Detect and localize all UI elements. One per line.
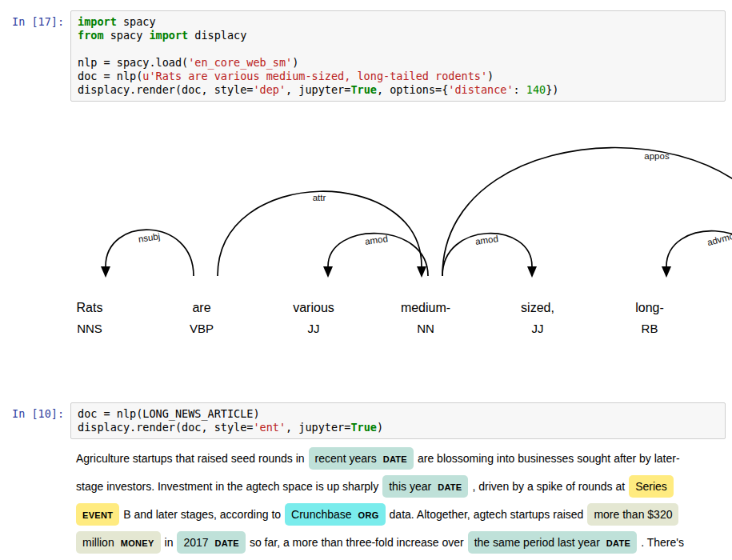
entity-text: recent years: [315, 452, 377, 465]
dep-word: various: [293, 301, 334, 314]
entity-label: DATE: [383, 454, 407, 464]
dep-arc-label: appos: [644, 151, 670, 161]
code-line: [78, 42, 718, 56]
dep-arc-attr: [218, 191, 422, 276]
entity-text: this year: [389, 480, 431, 493]
entity-label: EVENT: [82, 510, 113, 520]
entity-chip-event: Series: [629, 475, 674, 498]
dep-pos-tag: VBP: [190, 322, 214, 335]
text-run: . There's: [641, 536, 684, 549]
dep-arrowhead: [101, 266, 110, 278]
code-line: import spacy: [78, 15, 718, 29]
dep-pos-tag: JJ: [308, 322, 320, 335]
entity-visualization: Agriculture startups that raised seed ro…: [76, 445, 726, 557]
entity-text: 2017: [183, 536, 208, 549]
entity-label: ORG: [358, 510, 379, 520]
entity-chip-date: recent yearsDATE: [309, 447, 414, 470]
entity-label: MONEY: [121, 538, 154, 548]
dep-word: are: [192, 301, 210, 314]
dep-arc-label: amod: [474, 234, 498, 246]
entity-text: the same period last year: [474, 536, 600, 549]
code-line: displacy.render(doc, style='ent', jupyte…: [78, 421, 718, 434]
ner-text-line: stage investors. Investment in the agtec…: [76, 473, 726, 501]
entity-chip-date: this yearDATE: [382, 475, 468, 498]
code-editor-2[interactable]: doc = nlp(LONG_NEWS_ARTICLE)displacy.ren…: [70, 402, 726, 439]
code-line: displacy.render(doc, style='dep', jupyte…: [78, 83, 718, 97]
text-run: data. Altogether, agtech startups raised: [390, 508, 584, 521]
dep-pos-tag: JJ: [532, 322, 544, 335]
ner-text-line: EVENTB and later stages, according toCru…: [76, 501, 726, 529]
dep-pos-tag: RB: [642, 322, 658, 335]
entity-chip-date: the same period last yearDATE: [468, 531, 638, 554]
code-line: doc = nlp(u'Rats are various medium-size…: [78, 70, 718, 83]
dep-word: long-: [635, 301, 664, 314]
code-line: doc = nlp(LONG_NEWS_ARTICLE): [78, 407, 718, 421]
entity-label: DATE: [438, 482, 462, 492]
entity-text: Series: [635, 480, 667, 493]
entity-label: DATE: [606, 538, 630, 548]
entity-chip-money: millionMONEY: [76, 531, 161, 554]
text-run: stage investors. Investment in the agtec…: [76, 480, 378, 493]
text-run: are blossoming into businesses sought af…: [418, 452, 680, 465]
dep-pos-tag: NNS: [77, 322, 102, 335]
dep-arrowhead: [417, 266, 426, 278]
dep-arc-label: advmod: [706, 230, 732, 247]
entity-chip-event: EVENT: [76, 503, 119, 526]
text-run: , driven by a spike of rounds at: [472, 480, 625, 493]
code-editor-1[interactable]: import spacyfrom spacy import displacy n…: [70, 10, 726, 102]
dep-word: Rats: [77, 301, 103, 314]
entity-chip-date: 2017DATE: [177, 531, 245, 554]
text-run: so far, a more than three-fold increase …: [250, 536, 464, 549]
text-run: Agriculture startups that raised seed ro…: [76, 452, 305, 465]
code-line: nlp = spacy.load('en_core_web_sm'): [78, 56, 718, 70]
code-line: from spacy import displacy: [78, 29, 718, 42]
dep-pos-tag: NN: [417, 322, 434, 335]
dep-word: sized,: [521, 301, 554, 314]
dependency-parse-svg: nsubjattramodamodapposadvmodRatsNNSareVB…: [0, 112, 732, 368]
entity-chip-org: CrunchbaseORG: [285, 503, 385, 526]
dep-arc-appos: [442, 148, 732, 277]
dep-arrowhead: [662, 266, 671, 278]
entity-text: more than $320: [594, 508, 672, 521]
dep-arc-label: nsubj: [138, 231, 161, 244]
entity-text: Crunchbase: [291, 508, 352, 521]
ner-text-line: Agriculture startups that raised seed ro…: [76, 445, 726, 473]
input-prompt-2: In [10]:: [12, 407, 64, 421]
text-run: B and later stages, according to: [123, 508, 281, 521]
dep-arrowhead: [323, 266, 333, 278]
input-prompt-1: In [17]:: [12, 15, 64, 29]
dep-arrowhead: [527, 266, 537, 278]
text-run: in: [165, 536, 174, 549]
entity-text: million: [82, 536, 114, 549]
entity-label: DATE: [215, 538, 239, 548]
ner-text-line: millionMONEYin2017DATEso far, a more tha…: [76, 529, 726, 557]
dep-word: medium-: [401, 301, 450, 314]
dependency-visualization: nsubjattramodamodapposadvmodRatsNNSareVB…: [0, 112, 732, 368]
dep-arc-label: amod: [364, 234, 388, 246]
entity-chip-money: more than $320: [587, 503, 678, 526]
dep-arc-label: attr: [313, 193, 326, 202]
